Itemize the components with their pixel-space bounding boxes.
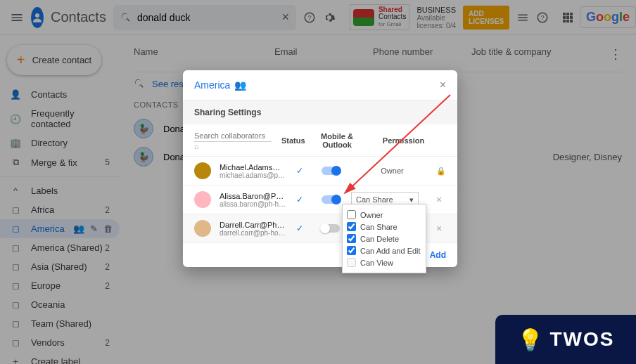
- collab-email: alissa.baron@ph-holdin...: [220, 200, 286, 208]
- status-check-icon: ✓: [289, 195, 310, 204]
- perm-delete[interactable]: Can Delete: [347, 233, 421, 245]
- collab-name: Darrell.Carr@Ph-H...: [220, 221, 286, 229]
- collab-name: Michael.Adams@P...: [220, 163, 286, 171]
- annotation-arrow: [331, 91, 457, 211]
- collab-name: Alissa.Baron@Ph-...: [220, 192, 286, 200]
- perm-view[interactable]: Can View: [347, 256, 421, 268]
- modal-title: America👥: [194, 79, 246, 91]
- status-check-icon: ✓: [289, 223, 310, 233]
- avatar: [194, 220, 211, 237]
- watermark: 💡 TWOS: [495, 315, 636, 364]
- status-check-icon: ✓: [289, 166, 310, 176]
- avatar: [194, 191, 211, 208]
- collab-email: darrell.carr@ph-holding...: [220, 229, 286, 237]
- svg-line-5: [345, 95, 450, 193]
- search-icon: ⌕: [194, 142, 199, 150]
- mobile-toggle[interactable]: [322, 224, 340, 233]
- avatar: [194, 162, 211, 179]
- permission-dropdown[interactable]: Owner Can Share Can Delete Can Add and E…: [342, 204, 426, 273]
- search-collaborators-input[interactable]: [194, 130, 272, 142]
- add-collaborator-button[interactable]: Add: [430, 250, 446, 260]
- perm-addedit[interactable]: Can Add and Edit: [347, 245, 421, 256]
- bulb-icon: 💡: [517, 327, 543, 352]
- remove-icon[interactable]: ×: [436, 223, 446, 234]
- close-modal-icon[interactable]: ×: [440, 79, 446, 91]
- shared-icon: 👥: [234, 79, 246, 91]
- perm-owner[interactable]: Owner: [347, 209, 421, 221]
- col-status: Status: [281, 136, 313, 145]
- perm-share[interactable]: Can Share: [347, 221, 421, 233]
- collab-email: michael.adams@ph-hol...: [220, 171, 286, 179]
